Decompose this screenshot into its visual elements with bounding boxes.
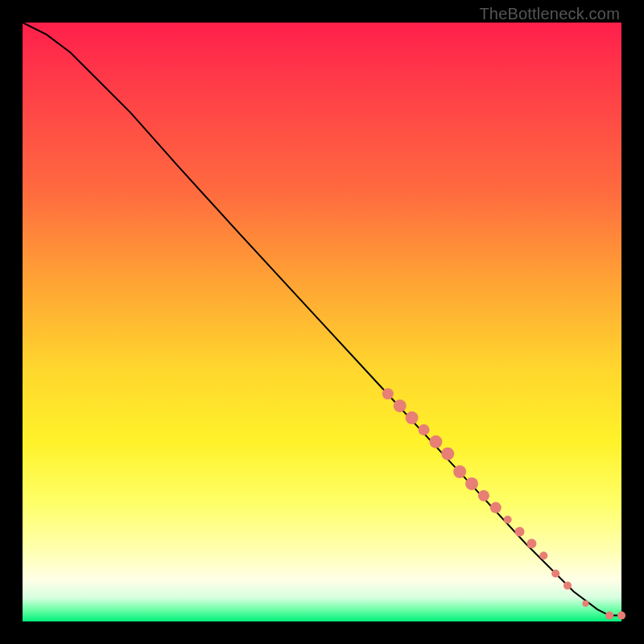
- curve-line: [23, 23, 621, 616]
- marker-dot: [441, 448, 454, 460]
- marker-dot: [382, 388, 394, 399]
- marker-dot: [465, 477, 478, 490]
- marker-dot: [582, 601, 588, 607]
- marker-dot: [526, 539, 536, 548]
- marker-dot: [453, 465, 466, 478]
- marker-dot: [605, 612, 613, 620]
- marker-dot: [478, 490, 489, 502]
- marker-dot: [539, 551, 547, 559]
- marker-dot: [394, 399, 407, 412]
- marker-dot: [406, 411, 419, 424]
- chart-svg: [23, 23, 621, 621]
- marker-dot: [515, 526, 525, 536]
- chart-stage: TheBottleneck.com: [0, 0, 644, 644]
- marker-dot: [429, 436, 442, 448]
- marker-dot: [504, 516, 512, 524]
- marker-dot: [419, 424, 430, 436]
- watermark-text: TheBottleneck.com: [479, 5, 620, 23]
- marker-dot: [490, 502, 502, 514]
- marker-group: [382, 388, 625, 619]
- marker-dot: [551, 570, 559, 578]
- plot-area: [23, 23, 621, 621]
- marker-dot: [564, 581, 572, 589]
- marker-dot: [617, 612, 625, 620]
